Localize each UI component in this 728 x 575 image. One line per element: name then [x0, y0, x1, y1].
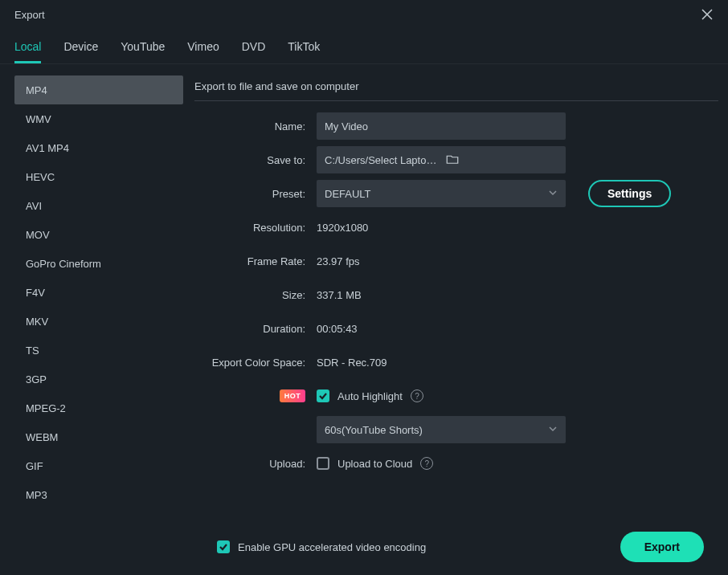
check-icon — [318, 391, 328, 401]
row-duration: Duration: 00:05:43 — [194, 315, 718, 342]
size-label: Size: — [194, 289, 305, 301]
shorts-value: 60s(YouTube Shorts) — [325, 424, 423, 436]
framerate-label: Frame Rate: — [194, 255, 305, 267]
format-sidebar: MP4 WMV AV1 MP4 HEVC AVI MOV GoPro Cinef… — [14, 75, 183, 519]
export-dialog: Export Local Device YouTube Vimeo DVD Ti… — [0, 0, 728, 575]
saveto-label: Save to: — [194, 154, 305, 166]
upload-cloud-help[interactable]: ? — [420, 457, 433, 470]
row-colorspace: Export Color Space: SDR - Rec.709 — [194, 349, 718, 376]
destination-tabs: Local Device YouTube Vimeo DVD TikTok — [0, 29, 728, 64]
form-rows: Name: Save to: C:/Users/Select Laptops/M… — [194, 112, 718, 477]
format-item[interactable]: GoPro Cineform — [14, 249, 183, 278]
auto-highlight-help[interactable]: ? — [411, 389, 423, 402]
framerate-value: 23.97 fps — [317, 255, 360, 267]
gpu-encoding-label: Enable GPU accelerated video encoding — [238, 541, 426, 553]
format-item[interactable]: WMV — [14, 104, 183, 133]
format-item[interactable]: AV1 MP4 — [14, 133, 183, 162]
close-icon — [701, 9, 713, 20]
tab-local[interactable]: Local — [14, 37, 41, 63]
chevron-down-icon — [548, 424, 558, 436]
main-panel: Export to file and save on computer Name… — [194, 75, 718, 519]
auto-highlight-checkbox[interactable] — [317, 389, 329, 402]
tab-youtube[interactable]: YouTube — [121, 37, 165, 63]
shorts-select[interactable]: 60s(YouTube Shorts) — [317, 416, 566, 443]
tab-device[interactable]: Device — [63, 37, 98, 63]
format-item[interactable]: AVI — [14, 191, 183, 220]
row-shorts: 60s(YouTube Shorts) — [194, 416, 718, 443]
row-name: Name: — [194, 112, 718, 140]
saveto-path: C:/Users/Select Laptops/Music — [325, 154, 439, 166]
dialog-body: MP4 WMV AV1 MP4 HEVC AVI MOV GoPro Cinef… — [0, 64, 728, 527]
row-auto-highlight: HOT Auto Highlight ? — [194, 382, 718, 410]
row-saveto: Save to: C:/Users/Select Laptops/Music — [194, 146, 718, 173]
hot-badge: HOT — [280, 389, 305, 402]
row-framerate: Frame Rate: 23.97 fps — [194, 247, 718, 275]
gpu-encoding-option: Enable GPU accelerated video encoding — [217, 540, 426, 553]
tab-dvd[interactable]: DVD — [242, 37, 266, 63]
preset-value: DEFAULT — [325, 188, 371, 200]
format-item[interactable]: MPEG-2 — [14, 394, 183, 422]
format-item[interactable]: HEVC — [14, 162, 183, 191]
format-item[interactable]: GIF — [14, 451, 183, 480]
row-size: Size: 337.1 MB — [194, 281, 718, 308]
row-upload: Upload: Upload to Cloud ? — [194, 450, 718, 477]
row-resolution: Resolution: 1920x1080 — [194, 214, 718, 241]
format-item[interactable]: WEBM — [14, 422, 183, 451]
settings-button[interactable]: Settings — [588, 180, 671, 207]
export-button[interactable]: Export — [620, 532, 704, 562]
format-item[interactable]: 3GP — [14, 365, 183, 394]
browse-folder-button[interactable] — [445, 152, 559, 169]
name-input[interactable] — [317, 112, 566, 140]
format-item[interactable]: MOV — [14, 220, 183, 249]
colorspace-label: Export Color Space: — [194, 357, 305, 369]
upload-cloud-checkbox[interactable] — [317, 457, 329, 470]
upload-label: Upload: — [194, 458, 305, 470]
preset-label: Preset: — [194, 188, 305, 200]
format-item[interactable]: TS — [14, 336, 183, 365]
resolution-label: Resolution: — [194, 222, 305, 234]
duration-value: 00:05:43 — [317, 323, 358, 335]
saveto-field[interactable]: C:/Users/Select Laptops/Music — [317, 146, 566, 173]
size-value: 337.1 MB — [317, 289, 362, 301]
auto-highlight-label: Auto Highlight — [337, 390, 403, 402]
window-title: Export — [14, 9, 45, 21]
close-button[interactable] — [697, 5, 717, 24]
row-preset: Preset: DEFAULT Settings — [194, 180, 718, 207]
footer: Enable GPU accelerated video encoding Ex… — [0, 527, 728, 575]
preset-select[interactable]: DEFAULT — [317, 180, 566, 207]
gpu-encoding-checkbox[interactable] — [217, 540, 230, 553]
upload-cloud-label: Upload to Cloud — [337, 458, 412, 470]
titlebar: Export — [0, 0, 728, 29]
name-label: Name: — [194, 120, 305, 133]
format-item[interactable]: MP4 — [14, 75, 183, 104]
tab-tiktok[interactable]: TikTok — [288, 37, 320, 63]
colorspace-value: SDR - Rec.709 — [317, 357, 386, 369]
duration-label: Duration: — [194, 323, 305, 335]
check-icon — [219, 542, 228, 552]
format-item[interactable]: MKV — [14, 307, 183, 336]
resolution-value: 1920x1080 — [317, 222, 368, 234]
folder-icon — [445, 152, 460, 166]
format-item[interactable]: MP3 — [14, 480, 183, 509]
main-heading: Export to file and save on computer — [194, 80, 718, 101]
chevron-down-icon — [548, 188, 558, 200]
format-item[interactable]: F4V — [14, 278, 183, 307]
tab-vimeo[interactable]: Vimeo — [187, 37, 219, 63]
